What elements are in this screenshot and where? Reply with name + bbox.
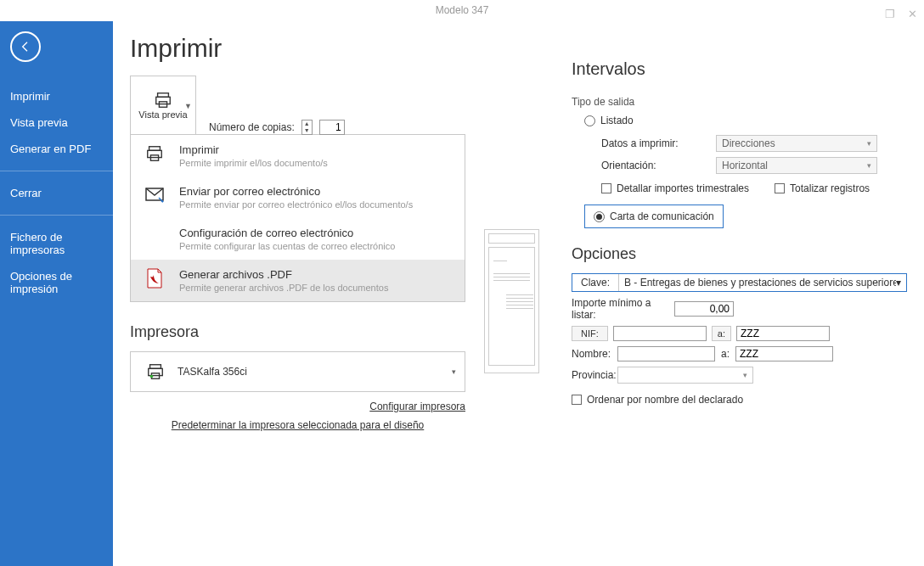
checkbox-label: Detallar importes trimestrales bbox=[617, 182, 749, 194]
select-value: B - Entregas de bienes y prestaciones de… bbox=[624, 277, 896, 289]
orientacion-select[interactable]: Horizontal ▾ bbox=[716, 157, 877, 174]
radio-carta[interactable]: Carta de comunicación bbox=[584, 205, 724, 228]
close-icon[interactable]: ✕ bbox=[908, 3, 917, 25]
printer-name: TASKalfa 356ci bbox=[177, 366, 247, 378]
detallar-checkbox[interactable]: Detallar importes trimestrales bbox=[601, 182, 749, 194]
nombre-from-input[interactable] bbox=[617, 346, 715, 361]
nif-button[interactable]: NIF: bbox=[572, 326, 608, 341]
vista-previa-button[interactable]: Vista previa ▼ bbox=[130, 76, 196, 135]
printer-icon bbox=[144, 362, 167, 381]
sidebar-item-fichero-impresoras[interactable]: Fichero de impresoras bbox=[0, 224, 113, 263]
dd-imprimir[interactable]: Imprimir Permite imprimir el/los documen… bbox=[131, 135, 465, 177]
restore-icon[interactable]: ❐ bbox=[885, 3, 895, 25]
printer-icon bbox=[151, 91, 175, 109]
nif-from-input[interactable] bbox=[613, 326, 707, 341]
chevron-down-icon: ▾ bbox=[867, 161, 871, 170]
blank-icon bbox=[143, 227, 166, 247]
provincia-label: Provincia: bbox=[572, 369, 612, 381]
dd-desc: Permite configurar las cuentas de correo… bbox=[179, 241, 453, 251]
back-button[interactable] bbox=[10, 31, 41, 62]
sidebar-item-generar-pdf[interactable]: Generar en PDF bbox=[0, 136, 113, 162]
sidebar-item-cerrar[interactable]: Cerrar bbox=[0, 180, 113, 206]
configurar-impresora-link[interactable]: Configurar impresora bbox=[369, 401, 465, 412]
radio-icon bbox=[584, 115, 595, 126]
chevron-down-icon: ▾ bbox=[743, 371, 747, 379]
sidebar-item-imprimir[interactable]: Imprimir bbox=[0, 83, 113, 109]
checkbox-label: Totalizar registros bbox=[790, 182, 870, 194]
checkbox-icon bbox=[775, 183, 785, 193]
chevron-down-icon: ▾ bbox=[896, 277, 901, 289]
radio-listado[interactable]: Listado bbox=[584, 115, 907, 126]
radio-label: Listado bbox=[600, 115, 634, 126]
importe-label: Importe mínimo a listar: bbox=[572, 297, 669, 321]
sidebar-item-vista-previa[interactable]: Vista previa bbox=[0, 109, 113, 136]
dd-desc: Permite enviar por correo electrónico el… bbox=[179, 199, 453, 210]
chevron-down-icon: ▾ bbox=[452, 367, 456, 376]
totalizar-checkbox[interactable]: Totalizar registros bbox=[775, 182, 870, 194]
sidebar-item-opciones-impresion[interactable]: Opciones de impresión bbox=[0, 263, 113, 302]
dd-title: Enviar por correo electrónico bbox=[179, 185, 453, 198]
nif-to-input[interactable] bbox=[736, 326, 830, 341]
checkbox-icon bbox=[572, 395, 582, 405]
nombre-to-input[interactable] bbox=[735, 346, 833, 361]
chevron-down-icon: ▾ bbox=[867, 139, 871, 148]
chevron-down-icon[interactable]: ▼ bbox=[184, 102, 192, 110]
svg-rect-1 bbox=[156, 97, 171, 104]
actions-dropdown: Imprimir Permite imprimir el/los documen… bbox=[130, 134, 465, 302]
clave-row: Clave: B - Entregas de bienes y prestaci… bbox=[572, 273, 907, 292]
orientacion-label: Orientación: bbox=[601, 160, 707, 171]
radio-label: Carta de comunicación bbox=[610, 210, 714, 222]
dd-title: Generar archivos .PDF bbox=[179, 268, 453, 281]
clave-select[interactable]: B - Entregas de bienes y prestaciones de… bbox=[618, 274, 906, 291]
dd-title: Configuración de correo electrónico bbox=[179, 227, 453, 239]
mail-icon bbox=[143, 185, 166, 205]
dd-enviar-correo[interactable]: Enviar por correo electrónico Permite en… bbox=[131, 177, 465, 218]
impresora-heading: Impresora bbox=[130, 323, 538, 341]
page-title: Imprimir bbox=[130, 34, 538, 63]
tipo-salida-label: Tipo de salida bbox=[572, 96, 907, 108]
printer-icon bbox=[143, 143, 166, 164]
dd-config-correo[interactable]: Configuración de correo electrónico Perm… bbox=[131, 218, 465, 260]
ordenar-checkbox[interactable]: Ordenar por nombre del declarado bbox=[572, 394, 907, 406]
a-label: a: bbox=[720, 348, 730, 360]
a-label: a: bbox=[712, 326, 731, 341]
pdf-icon bbox=[143, 268, 166, 289]
checkbox-label: Ordenar por nombre del declarado bbox=[587, 394, 743, 406]
predeterminar-impresora-link[interactable]: Predeterminar la impresora seleccionada … bbox=[172, 419, 425, 431]
svg-rect-3 bbox=[149, 147, 161, 151]
clave-label: Clave: bbox=[572, 277, 618, 289]
opciones-heading: Opciones bbox=[572, 245, 907, 263]
radio-icon bbox=[594, 211, 605, 222]
dd-title: Imprimir bbox=[179, 143, 453, 156]
document-preview bbox=[484, 229, 539, 373]
vista-previa-label: Vista previa bbox=[138, 109, 187, 120]
printer-selector[interactable]: TASKalfa 356ci ▾ bbox=[130, 351, 465, 392]
sidebar: Imprimir Vista previa Generar en PDF Cer… bbox=[0, 21, 113, 566]
copies-input[interactable] bbox=[319, 120, 345, 135]
importe-input[interactable] bbox=[674, 301, 734, 317]
window-title: Modelo 347 bbox=[436, 4, 489, 16]
select-value: Direcciones bbox=[722, 137, 775, 149]
copies-spinner[interactable]: ▲▼ bbox=[301, 120, 313, 135]
intervalos-heading: Intervalos bbox=[572, 59, 907, 79]
datos-imprimir-select[interactable]: Direcciones ▾ bbox=[716, 135, 877, 152]
checkbox-icon bbox=[601, 183, 611, 193]
svg-rect-8 bbox=[149, 368, 163, 375]
dd-desc: Permite imprimir el/los documento/s bbox=[179, 158, 453, 168]
nombre-label: Nombre: bbox=[572, 348, 612, 360]
dd-desc: Permite generar archivos .PDF de los doc… bbox=[179, 283, 453, 293]
copies-label: Número de copias: bbox=[209, 121, 295, 133]
dd-generar-pdf[interactable]: Generar archivos .PDF Permite generar ar… bbox=[131, 260, 465, 301]
svg-point-10 bbox=[150, 375, 154, 378]
datos-imprimir-label: Datos a imprimir: bbox=[601, 137, 707, 149]
select-value: Horizontal bbox=[722, 160, 768, 171]
svg-rect-4 bbox=[148, 150, 162, 157]
provincia-select[interactable]: ▾ bbox=[617, 367, 753, 384]
